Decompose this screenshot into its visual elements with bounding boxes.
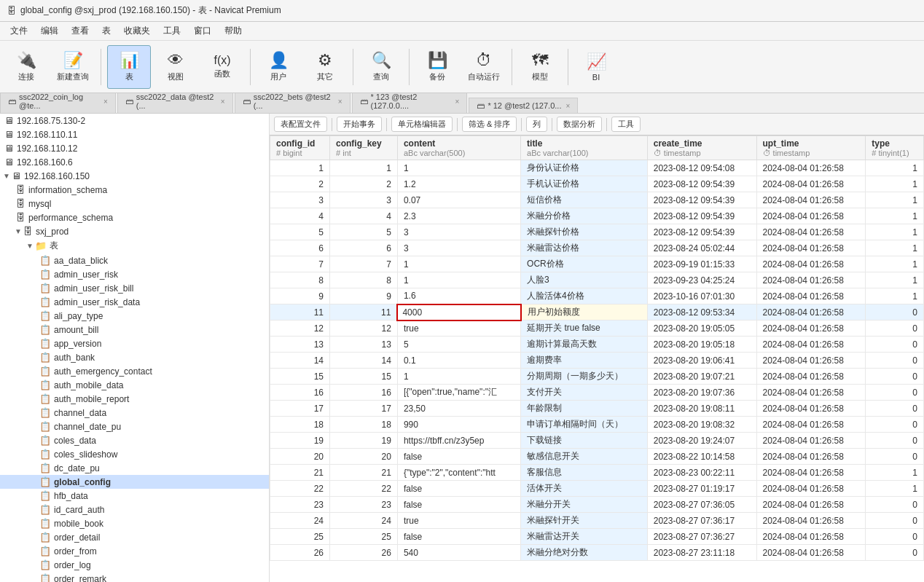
action-btn-data-analysis[interactable]: 数据分析 [557,117,602,132]
cell-upt_time[interactable]: 2024-08-04 01:26:58 [756,176,866,192]
toolbar-btn-view[interactable]: 👁视图 [154,45,197,89]
table-row[interactable]: 553米融探针价格2023-08-12 09:54:392024-08-04 0… [270,224,924,240]
cell-title[interactable]: 申请订单相隔时间（天） [521,417,648,433]
col-header-content[interactable]: contentaBc varchar(500) [397,136,520,160]
cell-title[interactable]: 手机认证价格 [521,176,648,192]
cell-upt_time[interactable]: 2024-08-04 01:26:58 [756,401,866,417]
tab-tab3[interactable]: 🗃ssc2022_bets @test2 (...× [235,93,351,113]
cell-create_time[interactable]: 2023-08-20 19:24:07 [647,433,756,449]
cell-upt_time[interactable]: 2024-08-04 01:26:58 [756,481,866,497]
cell-create_time[interactable]: 2023-08-27 01:19:17 [647,481,756,497]
cell-title[interactable]: 人脸活体4价格 [521,288,648,304]
action-btn-begin-transaction[interactable]: 开始事务 [337,117,382,132]
cell-create_time[interactable]: 2023-08-22 10:14:58 [647,449,756,465]
action-btn-cell-editor[interactable]: 单元格编辑器 [391,117,453,132]
cell-upt_time[interactable]: 2024-08-04 01:26:58 [756,465,866,481]
cell-upt_time[interactable]: 2024-08-04 01:26:58 [756,385,866,401]
sidebar-item-order_from[interactable]: 📋order_from [0,544,269,558]
cell-upt_time[interactable]: 2024-08-04 01:26:58 [756,321,866,337]
col-header-config_id[interactable]: config_id# bigint [270,136,330,160]
cell-upt_time[interactable]: 2024-08-04 01:26:58 [756,192,866,208]
tab-tab5[interactable]: 🗃* 12 @test2 (127.0...× [469,98,578,113]
toolbar-btn-table[interactable]: 📊表 [107,45,151,89]
cell-create_time[interactable]: 2023-09-23 04:25:24 [647,272,756,288]
sidebar-item-sxj_prod[interactable]: ▼🗄sxj_prod [0,224,269,238]
sidebar-item-id_card_auth[interactable]: 📋id_card_auth [0,503,269,516]
cell-create_time[interactable]: 2023-09-19 01:15:33 [647,256,756,272]
cell-create_time[interactable]: 2023-08-27 23:11:18 [647,545,756,561]
cell-upt_time[interactable]: 2024-08-04 01:26:58 [756,369,866,385]
cell-content[interactable]: true [397,513,520,529]
toolbar-btn-bi[interactable]: 📈BI [574,45,618,89]
menu-item-工具[interactable]: 工具 [157,23,187,39]
table-row[interactable]: 1616[{"open":true,"name":"汇支付开关2023-08-2… [270,385,924,401]
cell-title[interactable]: 客服信息 [521,465,648,481]
cell-content[interactable]: false [397,481,520,497]
toolbar-btn-other[interactable]: ⚙其它 [303,45,347,89]
tab-tab1[interactable]: 🗃ssc2022_coin_log @te...× [0,93,116,113]
sidebar-item-表[interactable]: ▼📁表 [0,238,269,253]
cell-title[interactable]: 人脸3 [521,272,648,288]
cell-create_time[interactable]: 2023-08-20 19:08:11 [647,401,756,417]
cell-title[interactable]: 身份认证价格 [521,160,648,176]
cell-title[interactable]: 支付开关 [521,385,648,401]
cell-content[interactable]: 1 [397,272,520,288]
cell-upt_time[interactable]: 2024-08-04 01:26:58 [756,449,866,465]
table-row[interactable]: 2525false米融雷达开关2023-08-27 07:36:272024-0… [270,529,924,545]
cell-content[interactable]: 540 [397,545,520,561]
sidebar-item-amount_bill[interactable]: 📋amount_bill [0,323,269,337]
cell-create_time[interactable]: 2023-08-12 09:54:39 [647,224,756,240]
cell-title[interactable]: 用户初始额度 [521,304,648,321]
table-row[interactable]: 13135逾期计算最高天数2023-08-20 19:05:182024-08-… [270,337,924,353]
toolbar-btn-user[interactable]: 👤用户 [257,45,300,89]
cell-title[interactable]: OCR价格 [521,256,648,272]
cell-content[interactable]: 1 [397,256,520,272]
cell-upt_time[interactable]: 2024-08-04 01:26:58 [756,433,866,449]
sidebar-item-mysql[interactable]: 🗄mysql [0,197,269,211]
sidebar-item-192-168-160-6[interactable]: 🖥192.168.160.6 [0,155,269,169]
table-row[interactable]: 771OCR价格2023-09-19 01:15:332024-08-04 01… [270,256,924,272]
cell-create_time[interactable]: 2023-08-20 19:07:36 [647,385,756,401]
cell-title[interactable]: 年龄限制 [521,401,648,417]
cell-content[interactable]: 2.3 [397,208,520,224]
table-row[interactable]: 2222false活体开关2023-08-27 01:19:172024-08-… [270,481,924,497]
cell-upt_time[interactable]: 2024-08-04 01:26:58 [756,256,866,272]
cell-content[interactable]: true [397,321,520,337]
cell-create_time[interactable]: 2023-08-12 09:54:39 [647,208,756,224]
sidebar-item-192-168-160-150[interactable]: ▼🖥192.168.160.150 [0,169,269,183]
cell-upt_time[interactable]: 2024-08-04 01:26:58 [756,497,866,513]
cell-content[interactable]: 3 [397,224,520,240]
toolbar-btn-function[interactable]: f(x)函数 [200,45,244,89]
cell-create_time[interactable]: 2023-08-20 19:08:32 [647,417,756,433]
col-header-config_key[interactable]: config_key# int [330,136,398,160]
menu-item-窗口[interactable]: 窗口 [188,23,217,39]
col-header-upt_time[interactable]: upt_time⏱ timestamp [756,136,866,160]
col-header-create_time[interactable]: create_time⏱ timestamp [647,136,756,160]
table-row[interactable]: 171723,50年龄限制2023-08-20 19:08:112024-08-… [270,401,924,417]
action-btn-filter-sort[interactable]: 筛选 & 排序 [462,117,517,132]
cell-content[interactable]: 4000 [397,304,520,321]
action-btn-tools[interactable]: 工具 [611,117,641,132]
cell-upt_time[interactable]: 2024-08-04 01:26:58 [756,288,866,304]
cell-create_time[interactable]: 2023-08-12 09:54:39 [647,176,756,192]
sidebar-item-admin_user_risk_data[interactable]: 📋admin_user_risk_data [0,295,269,309]
menu-item-帮助[interactable]: 帮助 [219,23,248,39]
cell-upt_time[interactable]: 2024-08-04 01:26:58 [756,240,866,256]
table-area[interactable]: config_id# bigintconfig_key# intcontenta… [270,135,924,582]
sidebar-item-performance_schema[interactable]: 🗄performance_schema [0,211,269,224]
col-header-title[interactable]: titleaBc varchar(100) [521,136,648,160]
cell-title[interactable]: 分期周期（一期多少天） [521,369,648,385]
sidebar-item-channel_data[interactable]: 📋channel_data [0,406,269,420]
cell-upt_time[interactable]: 2024-08-04 01:26:58 [756,545,866,561]
cell-create_time[interactable]: 2023-08-27 07:36:05 [647,497,756,513]
cell-create_time[interactable]: 2023-08-12 09:54:08 [647,160,756,176]
cell-create_time[interactable]: 2023-08-24 05:02:44 [647,240,756,256]
cell-create_time[interactable]: 2023-08-27 07:36:17 [647,513,756,529]
table-row[interactable]: 2121{"type":"2","content":"htt客服信息2023-0… [270,465,924,481]
menu-item-收藏夹[interactable]: 收藏夹 [118,23,156,39]
cell-content[interactable]: false [397,529,520,545]
cell-title[interactable]: 米融探针价格 [521,224,648,240]
tab-close-tab4[interactable]: × [455,98,460,106]
cell-content[interactable]: 3 [397,240,520,256]
cell-upt_time[interactable]: 2024-08-04 01:26:58 [756,160,866,176]
